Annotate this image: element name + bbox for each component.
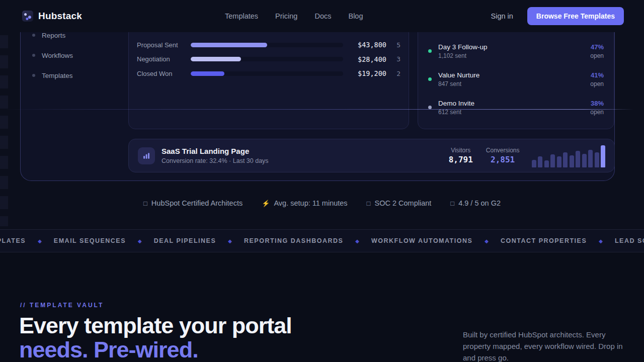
- open-rate-value: 38%: [590, 99, 604, 108]
- open-rate-value: 41%: [590, 71, 604, 79]
- stage-label: Proposal Sent: [137, 41, 191, 49]
- marquee-item: WORKFLOW AUTOMATIONS: [371, 237, 472, 244]
- trust-badge: ⚡Avg. setup: 11 minutes: [262, 199, 347, 207]
- bullet-icon: [32, 34, 35, 37]
- conversions-label: Conversions: [486, 147, 520, 154]
- sequence-rate-block: 38%open: [590, 99, 604, 116]
- badge-icon: □: [450, 200, 454, 207]
- brand[interactable]: Hubstack: [22, 0, 82, 32]
- sparkline-chart: [532, 144, 606, 167]
- stage-bar-track: [191, 71, 343, 76]
- badge-icon: □: [143, 200, 147, 207]
- template-vault-section: // TEMPLATE VAULT Every template your po…: [0, 252, 644, 362]
- stage-bar-fill: [191, 43, 267, 47]
- sequence-text: Value Nurture847 sent: [438, 71, 590, 88]
- brand-name: Hubstack: [38, 11, 82, 22]
- conversions-value: 2,851: [486, 155, 520, 165]
- pipeline-stage-row: Proposal Sent$43,8005: [137, 38, 400, 52]
- badge-label: Avg. setup: 11 minutes: [274, 199, 347, 207]
- sequence-sent: 847 sent: [438, 80, 590, 88]
- status-dot-icon: [428, 106, 432, 109]
- marquee-item: REPORTING DASHBOARDS: [244, 237, 343, 244]
- spark-bar: [544, 160, 549, 167]
- status-dot-icon: [428, 49, 432, 53]
- stage-bar-track: [191, 43, 343, 47]
- pipeline-stage-row: Negotiation$28,4003: [137, 52, 400, 67]
- spark-bar: [570, 155, 574, 167]
- visitors-stat: Visitors 8,791: [449, 147, 473, 165]
- visitors-value: 8,791: [449, 155, 473, 165]
- sidebar-item-label: Templates: [42, 72, 73, 79]
- nav-link-templates[interactable]: Templates: [225, 12, 258, 20]
- stage-count: 3: [386, 55, 400, 63]
- dashboard-mock-sidebar: ReportsWorkflowsTemplates: [32, 31, 73, 92]
- stage-label: Closed Won: [137, 70, 191, 77]
- sidebar-item-reports: Reports: [32, 31, 73, 39]
- browse-free-templates-button[interactable]: Browse Free Templates: [527, 7, 624, 25]
- nav-link-docs[interactable]: Docs: [314, 12, 331, 20]
- stage-value: $19,200: [343, 69, 386, 77]
- stage-label: Negotiation: [137, 55, 191, 63]
- sidebar-item-label: Reports: [42, 32, 65, 39]
- stage-bar-fill: [191, 57, 241, 61]
- spark-bar: [601, 145, 605, 167]
- spark-bar: [563, 152, 568, 167]
- landing-card-titles: SaaS Trial Landing Page Conversion rate:…: [162, 147, 436, 165]
- nav-link-blog[interactable]: Blog: [348, 12, 363, 20]
- marquee-item: CONTACT PROPERTIES: [501, 237, 587, 244]
- stage-value: $28,400: [343, 55, 386, 63]
- trust-badges-row: □HubSpot Certified Architects⚡Avg. setup…: [0, 197, 644, 209]
- bullet-icon: [32, 74, 35, 77]
- nav-right: Sign in Browse Free Templates: [491, 0, 624, 32]
- diamond-separator-icon: ◆: [228, 238, 232, 244]
- sequence-text: Demo Invite612 sent: [438, 99, 590, 116]
- badge-icon: □: [367, 200, 371, 207]
- sign-in-link[interactable]: Sign in: [491, 12, 513, 20]
- sequence-rows: Day 3 Follow-up1,102 sent47%openValue Nu…: [428, 43, 604, 127]
- marquee-item: LANDING PAGE TEMPLATES: [0, 237, 26, 244]
- spark-bar: [557, 156, 561, 167]
- spark-bar: [582, 154, 587, 167]
- landing-page-stat-card: SaaS Trial Landing Page Conversion rate:…: [128, 139, 615, 172]
- stage-value: $43,800: [343, 41, 386, 49]
- sequence-name: Day 3 Follow-up: [438, 43, 590, 51]
- headline-line2: needs. Pre-wired.: [19, 337, 198, 362]
- nav-link-pricing[interactable]: Pricing: [275, 12, 297, 20]
- badge-label: SOC 2 Compliant: [374, 199, 431, 207]
- sidebar-item-label: Workflows: [42, 52, 73, 59]
- status-dot-icon: [428, 77, 432, 81]
- spark-bar: [532, 160, 536, 167]
- headline-line1: Every template your portal: [19, 313, 292, 338]
- marquee-item: DEAL PIPELINES: [154, 237, 216, 244]
- diamond-separator-icon: ◆: [138, 238, 142, 244]
- bar-chart-icon: [138, 147, 155, 164]
- sequence-sent: 1,102 sent: [438, 52, 590, 60]
- diamond-separator-icon: ◆: [599, 238, 603, 244]
- feature-marquee: LANDING PAGE TEMPLATES◆EMAIL SEQUENCES◆D…: [0, 229, 644, 252]
- spark-bar: [576, 151, 580, 167]
- badge-label: 4.9 / 5 on G2: [458, 199, 501, 207]
- trust-badge: □SOC 2 Compliant: [367, 199, 432, 207]
- stage-bar-track: [191, 57, 343, 61]
- landing-card-title: SaaS Trial Landing Page: [162, 147, 436, 156]
- sequence-row: Day 3 Follow-up1,102 sent47%open: [428, 43, 604, 71]
- pipeline-rows: Proposal Sent$43,8005Negotiation$28,4003…: [137, 38, 400, 81]
- conversions-stat: Conversions 2,851: [486, 147, 520, 165]
- marquee-track: LANDING PAGE TEMPLATES◆EMAIL SEQUENCES◆D…: [0, 237, 644, 244]
- visitors-label: Visitors: [449, 147, 473, 154]
- badge-label: HubSpot Certified Architects: [151, 199, 243, 207]
- spark-bar: [588, 150, 593, 167]
- trust-badge: □4.9 / 5 on G2: [450, 199, 501, 207]
- sidebar-item-workflows: Workflows: [32, 51, 73, 59]
- stage-count: 5: [386, 41, 400, 49]
- marquee-item: EMAIL SEQUENCES: [54, 237, 126, 244]
- top-navbar: Hubstack TemplatesPricingDocsBlog Sign i…: [0, 0, 644, 32]
- spark-bar: [595, 152, 599, 167]
- nav-links: TemplatesPricingDocsBlog: [225, 0, 363, 32]
- sequence-row: Demo Invite612 sent38%open: [428, 99, 604, 127]
- bullet-icon: [32, 54, 35, 57]
- sequence-text: Day 3 Follow-up1,102 sent: [438, 43, 590, 60]
- stage-count: 2: [386, 70, 400, 77]
- open-rate-suffix: open: [590, 80, 604, 88]
- diamond-separator-icon: ◆: [485, 238, 489, 244]
